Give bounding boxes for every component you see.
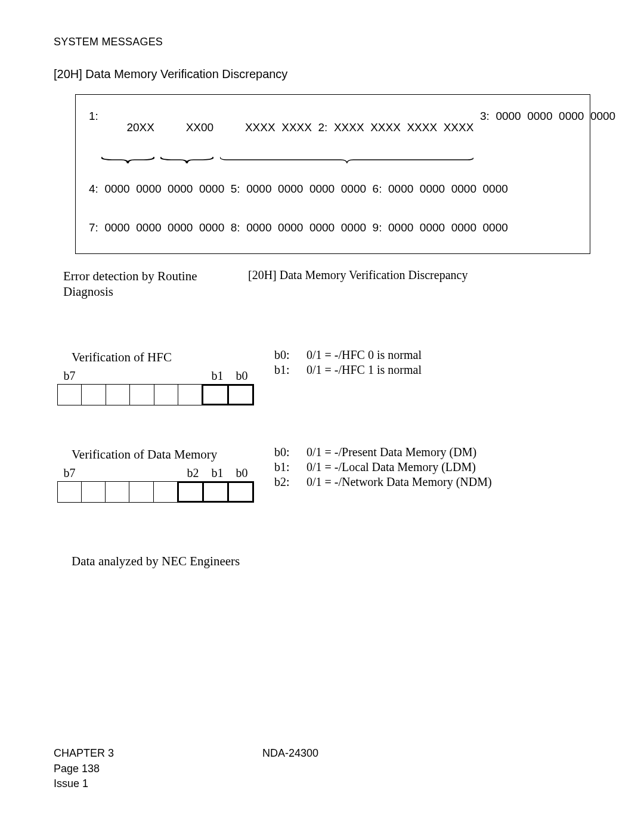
dump-hex: 0000 (388, 222, 413, 233)
bit-cell (82, 385, 106, 405)
bit-cell (154, 385, 178, 405)
dump-hex: 0000 (341, 222, 366, 233)
def-val: 0/1 = -/HFC 0 is normal (306, 348, 422, 363)
dump-word: 20XX (101, 110, 154, 156)
dump-label: 6: (373, 183, 382, 194)
dump-hex: 0000 (451, 183, 476, 194)
bit-cell (58, 482, 82, 502)
bit-cell (106, 385, 130, 405)
def-key: b0: (274, 348, 295, 363)
dump-hex: 0000 (309, 183, 335, 194)
caption-left: Error detection by Routine Diagnosis (63, 268, 248, 300)
def-val: 0/1 = -/Present Data Memory (DM) (306, 445, 476, 460)
dump-hex: 0000 (136, 183, 161, 194)
bit-label: b7 (57, 466, 82, 480)
dump-hex: 0000 (559, 110, 584, 156)
dump-hex: 0000 (527, 110, 552, 156)
byte-diagram (57, 384, 254, 405)
dump-hex: 0000 (496, 110, 521, 156)
byte-diagram (57, 481, 254, 503)
dump-hex: XXXX (407, 121, 437, 134)
def-key: b1: (274, 363, 295, 377)
bit-definitions: b0:0/1 = -/HFC 0 is normal b1:0/1 = -/HF… (274, 348, 422, 377)
dump-label: 3: (480, 110, 490, 156)
def-val: 0/1 = -/Local Data Memory (LDM) (306, 460, 476, 475)
running-header: SYSTEM MESSAGES (54, 36, 590, 48)
hex-dump-box: 1: 20XX XX00 XXXX XXXX 2: XXXX XXXX XXXX… (75, 94, 590, 254)
dump-hex: 20XX (126, 121, 154, 134)
bit-cell (202, 481, 229, 503)
dump-hex: 0000 (309, 222, 335, 233)
dump-hex: 0000 (168, 222, 193, 233)
bit-label: b1 (205, 466, 230, 480)
footer-issue: Issue 1 (54, 776, 262, 791)
dump-hex: XX00 (186, 121, 213, 134)
def-val: 0/1 = -/Network Data Memory (NDM) (306, 475, 492, 490)
dump-hex: 0000 (104, 183, 129, 194)
dump-hex: 0000 (341, 183, 366, 194)
bit-label: b1 (205, 369, 230, 383)
dump-label: 5: (231, 183, 240, 194)
dump-label: 7: (89, 222, 98, 233)
dump-hex: XXXX (281, 121, 312, 134)
def-key: b2: (274, 475, 295, 490)
dm-section: Verification of Data Memory b7 b2 b1 b0 (57, 447, 590, 503)
bit-label: b2 (181, 466, 205, 480)
bit-cell (227, 384, 254, 405)
footer-doc: NDA-24300 (262, 746, 318, 791)
bit-cell (82, 482, 106, 502)
dump-row: 1: 20XX XX00 XXXX XXXX 2: XXXX XXXX XXXX… (89, 110, 577, 156)
brace-icon (101, 156, 154, 164)
dump-hex: 0000 (168, 183, 193, 194)
bit-cell (129, 482, 153, 502)
hfc-section: Verification of HFC b7 b1 b0 (57, 350, 590, 405)
dump-hex: 0000 (104, 222, 129, 233)
dump-hex: 0000 (388, 183, 413, 194)
def-key: b0: (274, 445, 295, 460)
dump-word-group: XXXX XXXX 2: XXXX XXXX XXXX XXXX (220, 110, 474, 156)
brace-icon (160, 156, 213, 164)
bit-cell (154, 482, 178, 502)
dump-label: 8: (231, 222, 240, 233)
dump-hex: 0000 (246, 222, 271, 233)
dump-label: 2: (318, 121, 327, 134)
dump-row: 7: 0000 0000 0000 0000 8: 0000 0000 0000… (89, 222, 577, 233)
dump-row: 4: 0000 0000 0000 0000 5: 0000 0000 0000… (89, 183, 577, 194)
dump-hex: 0000 (451, 222, 476, 233)
bit-cell (106, 482, 129, 502)
dump-label: 4: (89, 183, 98, 194)
bit-cell (177, 481, 204, 503)
bit-cell (178, 385, 202, 405)
dump-hex: 0000 (483, 222, 508, 233)
dump-label: 1: (89, 110, 98, 156)
page-title: [20H] Data Memory Verification Discrepan… (54, 67, 590, 81)
bit-cell (227, 481, 254, 503)
dump-hex: XXXX (334, 121, 364, 134)
dump-hex: 0000 (590, 110, 615, 156)
bit-label: b0 (230, 466, 254, 480)
brace-icon (220, 156, 474, 164)
page-footer: CHAPTER 3 Page 138 Issue 1 NDA-24300 (54, 746, 590, 791)
dump-hex: 0000 (246, 183, 271, 194)
footer-page: Page 138 (54, 761, 262, 776)
def-key: b1: (274, 460, 295, 475)
caption-row: Error detection by Routine Diagnosis [20… (63, 268, 590, 300)
dump-hex: 0000 (199, 222, 224, 233)
bit-label: b0 (230, 369, 254, 383)
dump-hex: 0000 (278, 183, 303, 194)
section-title: Verification of Data Memory (72, 447, 254, 462)
analysis-note: Data analyzed by NEC Engineers (72, 554, 590, 569)
bit-cell (58, 385, 82, 405)
dump-hex: 0000 (483, 183, 508, 194)
caption-right: [20H] Data Memory Verification Discrepan… (248, 268, 467, 300)
dump-label: 9: (373, 222, 382, 233)
dump-hex: 0000 (420, 222, 445, 233)
dump-hex: 0000 (136, 222, 161, 233)
section-title: Verification of HFC (72, 350, 254, 365)
dump-word: XX00 (160, 110, 213, 156)
dump-hex: XXXX (245, 121, 275, 134)
dump-hex: XXXX (370, 121, 401, 134)
dump-hex: 0000 (199, 183, 224, 194)
bit-cell (202, 384, 228, 405)
dump-hex: 0000 (420, 183, 445, 194)
